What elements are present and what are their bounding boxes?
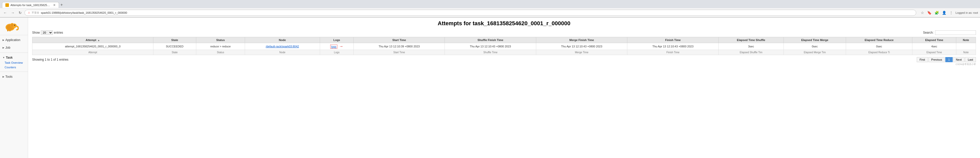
col-attempt[interactable]: Attempt ▲ — [32, 37, 153, 43]
col-status: Status — [196, 37, 245, 43]
page-body: hadoop ▶ Application ▶ Job ▼ Task Task O… — [0, 17, 980, 158]
sidebar-section-tools: ▶ Tools — [0, 73, 28, 81]
job-arrow-icon: ▶ — [3, 46, 4, 49]
pagination-page-1-button[interactable]: 1 — [945, 57, 953, 62]
col-shuffle-finish-label: Shuffle Finish Time — [477, 38, 503, 41]
col-elapsed-time-label: Elapsed Time — [925, 38, 943, 41]
sidebar-section-task: ▼ Task Task Overview Counters — [0, 54, 28, 71]
search-label: Search: — [923, 31, 934, 35]
col-start-time: Start Time — [353, 37, 445, 43]
table-footer-row: Attempt State Status Node Logs Start Tim… — [32, 50, 976, 55]
cell-status: reduce > reduce — [196, 43, 245, 50]
sidebar-application-label: Application — [5, 38, 21, 42]
hadoop-logo: hadoop — [3, 22, 25, 32]
browser-chrome: Attempts for task_168135825… ✕ + ← → ↻ ⚠… — [0, 0, 980, 17]
col-merge-finish-time: Merge Finish Time — [536, 37, 627, 43]
col-elapsed-reduce-label: Elapsed Time Reduce — [865, 38, 894, 41]
sidebar-item-job[interactable]: ▶ Job — [0, 45, 28, 51]
col-shuffle-finish-time: Shuffle Finish Time — [445, 37, 536, 43]
col-elapsed-merge: Elapsed Time Merge — [783, 37, 846, 43]
col-start-time-label: Start Time — [392, 38, 406, 41]
footer-attempt: Attempt — [32, 50, 153, 55]
sidebar-divider-mid — [0, 52, 28, 53]
nav-right-icons: ☆ 🔖 🧩 👤 ⋮ — [920, 10, 954, 15]
nav-bar: ← → ↻ ⚠ 不安全 spark01:19888/jobhistory/tas… — [0, 8, 980, 17]
logo-area: hadoop — [0, 20, 28, 34]
col-finish-time: Finish Time — [627, 37, 719, 43]
col-state: State — [153, 37, 196, 43]
table-row: attempt_1681358254620_0001_r_000000_0 SU… — [32, 43, 976, 50]
data-table: Attempt ▲ State Status Node Logs — [32, 37, 976, 55]
footer-elapsed-time: Elapsed Time — [912, 50, 956, 55]
cell-merge-finish: Thu Apr 13 12:10:43 +0800 2023 — [536, 43, 627, 50]
pagination-last-button[interactable]: Last — [965, 57, 976, 62]
entries-text: entries — [54, 31, 63, 35]
col-elapsed-merge-label: Elapsed Time Merge — [801, 38, 828, 41]
sidebar-item-task[interactable]: ▼ Task — [0, 55, 28, 60]
svg-point-3 — [14, 25, 15, 26]
col-elapsed-shuffle-label: Elapsed Time Shuffle — [737, 38, 765, 41]
svg-point-5 — [11, 24, 14, 27]
col-merge-finish-label: Merge Finish Time — [570, 38, 594, 41]
node-link[interactable]: /default-rack/spark03:8042 — [266, 45, 299, 48]
sidebar-task-label: Task — [6, 56, 13, 59]
cell-elapsed-shuffle: 3sec — [719, 43, 784, 50]
col-finish-time-label: Finish Time — [665, 38, 681, 41]
cell-start-time: Thu Apr 13 12:10:39 +0800 2023 — [353, 43, 445, 50]
cell-elapsed-time: 4sec — [912, 43, 956, 50]
sidebar-task-overview-link[interactable]: Task Overview — [0, 60, 28, 65]
sidebar-section-application: ▶ Application — [0, 36, 28, 44]
forward-button[interactable]: → — [10, 10, 16, 15]
sidebar-job-label: Job — [5, 46, 10, 49]
sidebar-tools-label: Tools — [5, 75, 13, 79]
tab-favicon — [5, 3, 9, 7]
arrow-indicator-icon: → — [339, 44, 343, 49]
col-node-label: Node — [279, 38, 286, 41]
cell-state: SUCCEEDED — [153, 43, 196, 50]
extension-button[interactable]: 🧩 — [934, 10, 940, 15]
back-button[interactable]: ← — [2, 10, 8, 15]
entries-select[interactable]: 20 50 100 — [41, 30, 53, 35]
new-tab-button[interactable]: + — [60, 3, 63, 7]
bookmark-star-button[interactable]: ☆ — [920, 10, 925, 15]
sidebar-item-application[interactable]: ▶ Application — [0, 37, 28, 43]
footer-shuffle-time: Shuffle Time — [445, 50, 536, 55]
footer-elapsed-reduce: Elapsed Reduce Ti — [846, 50, 912, 55]
insecure-icon: ⚠ — [28, 11, 30, 14]
tab-close-button[interactable]: ✕ — [53, 3, 56, 7]
pagination-next-button[interactable]: Next — [953, 57, 965, 62]
footer-state: State — [153, 50, 196, 55]
col-elapsed-reduce: Elapsed Time Reduce — [846, 37, 912, 43]
active-tab[interactable]: Attempts for task_168135825… ✕ — [2, 2, 59, 8]
footer-elapsed-shuffle: Elapsed Shuffle Tim — [719, 50, 784, 55]
tab-title: Attempts for task_168135825… — [11, 3, 50, 6]
bookmark-button[interactable]: 🔖 — [926, 10, 932, 15]
refresh-button[interactable]: ↻ — [18, 10, 23, 15]
sidebar-divider-top — [0, 35, 28, 35]
sidebar: hadoop ▶ Application ▶ Job ▼ Task Task O… — [0, 17, 28, 158]
pagination-previous-button[interactable]: Previous — [928, 57, 945, 62]
footer-node: Node — [245, 50, 320, 55]
footer-finish-time: Finish Time — [627, 50, 719, 55]
cell-elapsed-reduce: 0sec — [846, 43, 912, 50]
address-bar[interactable]: ⚠ 不安全 spark01:19888/jobhistory/task/task… — [24, 9, 916, 16]
profile-button[interactable]: 👤 — [941, 10, 947, 15]
svg-rect-6 — [7, 29, 9, 32]
cell-finish-time: Thu Apr 13 12:10:43 +0800 2023 — [627, 43, 719, 50]
main-content: Attempts for task_1681358254620_0001_r_0… — [28, 17, 980, 158]
col-logs-label: Logs — [333, 38, 340, 41]
showing-text: Showing 1 to 1 of 1 entries — [32, 58, 68, 62]
tools-arrow-icon: ▶ — [3, 76, 4, 78]
tab-bar: Attempts for task_168135825… ✕ + — [0, 0, 980, 8]
footer-logs: Logs — [320, 50, 353, 55]
application-arrow-icon: ▶ — [3, 39, 4, 41]
search-input[interactable] — [935, 30, 976, 35]
sidebar-item-tools[interactable]: ▶ Tools — [0, 74, 28, 79]
cell-elapsed-merge: 0sec — [783, 43, 846, 50]
cell-logs: logs → — [320, 43, 353, 50]
pagination-first-button[interactable]: First — [917, 57, 928, 62]
col-state-label: State — [171, 38, 178, 41]
logs-link[interactable]: logs — [330, 44, 337, 49]
menu-button[interactable]: ⋮ — [948, 10, 954, 15]
sidebar-counters-link[interactable]: Counters — [0, 65, 28, 70]
